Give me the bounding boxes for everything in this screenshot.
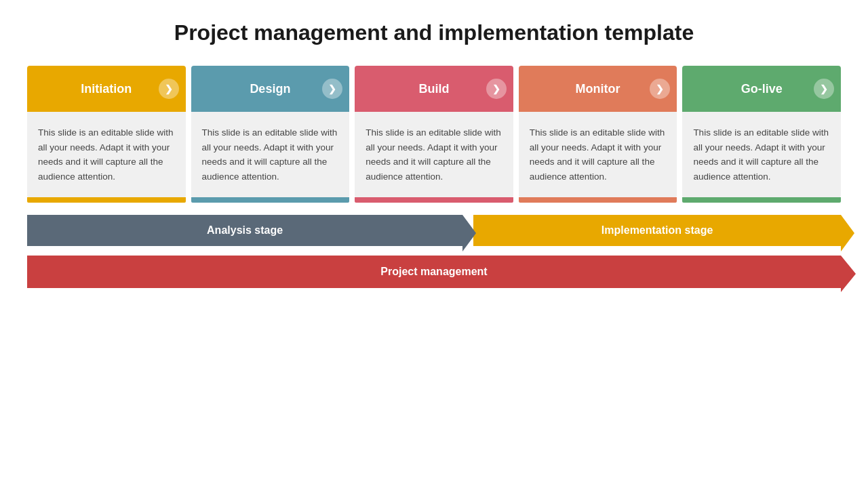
phase-body-golive: This slide is an editable slide with all… bbox=[682, 112, 841, 197]
phase-body-monitor: This slide is an editable slide with all… bbox=[519, 112, 677, 197]
phase-label-golive: Go-live bbox=[741, 82, 783, 96]
project-management-label: Project management bbox=[380, 266, 487, 278]
phase-body-text-design: This slide is an editable slide with all… bbox=[202, 125, 339, 184]
phases-container: Initiation ❯ This slide is an editable s… bbox=[27, 66, 841, 203]
phase-arrow-golive: ❯ bbox=[814, 79, 834, 99]
pm-container: Project management bbox=[27, 256, 841, 288]
phase-header-build: Build ❯ bbox=[355, 66, 513, 112]
analysis-stage-label: Analysis stage bbox=[207, 224, 283, 237]
phase-bottom-bar-golive bbox=[682, 197, 841, 203]
phase-card-initiation: Initiation ❯ This slide is an editable s… bbox=[27, 66, 186, 203]
implementation-stage-label: Implementation stage bbox=[601, 224, 713, 237]
implementation-stage: Implementation stage bbox=[473, 215, 841, 246]
phase-arrow-design: ❯ bbox=[322, 79, 342, 99]
phase-header-initiation: Initiation ❯ bbox=[27, 66, 186, 112]
phase-header-design: Design ❯ bbox=[191, 66, 350, 112]
phase-arrow-initiation: ❯ bbox=[159, 79, 179, 99]
phase-label-monitor: Monitor bbox=[576, 82, 620, 96]
phase-header-monitor: Monitor ❯ bbox=[519, 66, 677, 112]
phase-bottom-bar-initiation bbox=[27, 197, 186, 203]
phase-header-golive: Go-live ❯ bbox=[682, 66, 841, 112]
phase-arrow-monitor: ❯ bbox=[650, 79, 670, 99]
phase-bottom-bar-build bbox=[355, 197, 513, 203]
project-management-bar: Project management bbox=[27, 256, 841, 288]
phase-card-build: Build ❯ This slide is an editable slide … bbox=[355, 66, 513, 203]
phase-arrow-build: ❯ bbox=[486, 79, 507, 99]
phase-body-text-monitor: This slide is an editable slide with all… bbox=[530, 125, 667, 184]
phase-body-initiation: This slide is an editable slide with all… bbox=[27, 112, 186, 197]
stages-container: Analysis stage Implementation stage bbox=[27, 215, 841, 246]
analysis-stage: Analysis stage bbox=[27, 215, 462, 246]
phase-label-design: Design bbox=[250, 82, 290, 96]
phase-body-design: This slide is an editable slide with all… bbox=[191, 112, 350, 197]
phase-card-monitor: Monitor ❯ This slide is an editable slid… bbox=[519, 66, 677, 203]
phase-card-design: Design ❯ This slide is an editable slide… bbox=[191, 66, 350, 203]
phase-card-golive: Go-live ❯ This slide is an editable slid… bbox=[682, 66, 841, 203]
phase-label-build: Build bbox=[418, 82, 449, 96]
phase-body-build: This slide is an editable slide with all… bbox=[355, 112, 513, 197]
phase-label-initiation: Initiation bbox=[81, 82, 132, 96]
phase-body-text-initiation: This slide is an editable slide with all… bbox=[38, 125, 175, 184]
phase-bottom-bar-monitor bbox=[519, 197, 677, 203]
phase-bottom-bar-design bbox=[191, 197, 350, 203]
phase-body-text-build: This slide is an editable slide with all… bbox=[366, 125, 502, 184]
phase-body-text-golive: This slide is an editable slide with all… bbox=[693, 125, 830, 184]
page-title: Project management and implementation te… bbox=[174, 20, 694, 45]
